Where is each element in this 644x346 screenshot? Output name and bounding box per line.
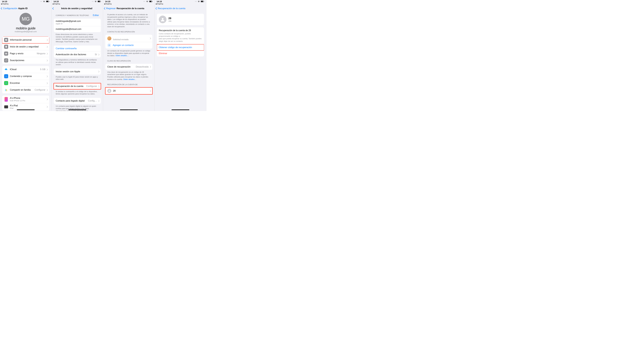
row-subscriptions[interactable]: Suscripciones — [2, 57, 49, 64]
row-legacy-contact[interactable]: Contacto para legado digital Config… — [54, 98, 101, 104]
row-family[interactable]: Compartir en familia Configurar — [2, 86, 49, 93]
recovery-title: Recuperación de la cuenta de 28 — [159, 29, 191, 32]
status-indicators: ••• — [92, 0, 101, 2]
row-label: Iniciar sesión con Apple — [56, 70, 98, 73]
navbar: Recuperación de la cuenta — [155, 5, 206, 11]
row-add-contact[interactable]: + Agregar un contacto — [105, 42, 152, 48]
nav-back[interactable] — [53, 7, 54, 10]
contact-header: 28 286 — [157, 14, 204, 25]
svg-rect-20 — [152, 1, 152, 2]
details-link[interactable]: Obtén detalles… — [116, 54, 129, 56]
home-indicator[interactable] — [172, 109, 189, 110]
row-label: Autenticación de dos factores — [56, 53, 95, 56]
battery-icon — [149, 0, 153, 2]
row-detail: Configurar — [34, 88, 46, 91]
row-find[interactable]: Encontrar — [2, 80, 49, 86]
svg-point-25 — [162, 18, 164, 20]
home-indicator[interactable] — [17, 109, 34, 110]
svg-point-4 — [6, 40, 6, 40]
svg-rect-2 — [49, 1, 49, 2]
row-label: Cambiar contraseña — [56, 47, 99, 50]
chevron-right-icon — [46, 75, 47, 77]
status-bar: 14:15 ••• — [103, 0, 154, 3]
ipad-icon — [4, 105, 8, 108]
avatar[interactable]: MG — [20, 13, 32, 25]
row-remove-contact[interactable]: Eliminar — [157, 50, 204, 56]
device-name: A's iPhone — [10, 97, 46, 99]
row-label: Obtener código de recuperación — [159, 46, 202, 49]
chevron-right-icon — [98, 54, 99, 55]
back-to-app[interactable]: ◀ DingDing — [0, 3, 52, 5]
chevron-right-icon — [46, 82, 47, 84]
row-payment[interactable]: Pago y envío Ninguno — [2, 50, 49, 57]
row-detail: Ninguno — [37, 52, 46, 55]
row-signin-apple[interactable]: Iniciar sesión con Apple — [54, 69, 101, 75]
email-sub: Apple ID — [56, 23, 99, 25]
svg-rect-17 — [100, 1, 101, 2]
home-indicator[interactable] — [68, 109, 86, 110]
chevron-left-icon — [53, 7, 54, 10]
row-label: Agregar un contacto — [113, 44, 150, 47]
row-email-icloud[interactable]: mobitrixguide@icloud.com — [54, 26, 101, 32]
row-email-primary[interactable]: mobitrixguide@gmail.com Apple ID — [54, 18, 101, 26]
chevron-right-icon — [98, 100, 99, 102]
home-indicator[interactable] — [120, 109, 138, 110]
chevron-right-icon — [149, 90, 150, 92]
footer-key: Una clave de recuperación es un código d… — [103, 70, 154, 81]
device-sub: iPad — [10, 107, 46, 109]
row-signin-security[interactable]: Inicio de sesión y seguridad — [2, 43, 49, 50]
row-label: Eliminar — [159, 52, 202, 55]
svg-point-12 — [6, 83, 6, 83]
header-contact: CONTACTO DE RECUPERACIÓN — [103, 28, 154, 34]
chevron-right-icon — [149, 66, 150, 68]
row-label: Recuperación de la cuenta — [56, 85, 86, 88]
row-two-factor[interactable]: Autenticación de dos factores Sí — [54, 51, 101, 57]
row-label: Suscripciones — [10, 59, 46, 62]
row-device-iphone[interactable]: A's iPhone Este iPhone 12 Pro — [2, 95, 49, 103]
row-contact-pending[interactable]: Solicitud enviada — [105, 35, 152, 42]
intro-text: Si pierdes el acceso a tu cuenta, con un… — [103, 11, 154, 28]
recovery-description: Recuperación de la cuenta de 28 Como con… — [157, 27, 204, 44]
status-time: 14:15 — [105, 0, 110, 2]
wifi-icon — [198, 0, 200, 2]
shield-icon — [4, 45, 8, 49]
navbar: Regresar Recuperación de la cuenta — [103, 5, 154, 11]
nav-title: Inicio de sesión y seguridad — [54, 7, 99, 10]
row-personal-info[interactable]: Información personal — [2, 36, 49, 43]
back-to-app[interactable]: ◀DingDing — [103, 3, 154, 5]
details-link[interactable]: Obtén detalles… — [123, 78, 136, 80]
row-recovery-for-person[interactable]: 28 — [105, 87, 152, 94]
nav-back[interactable]: Recuperación de la cuenta — [156, 7, 185, 10]
svg-rect-16 — [98, 1, 100, 2]
row-account-recovery[interactable]: Recuperación de la cuenta Configurar — [54, 83, 101, 89]
row-recovery-key[interactable]: Clave de recuperación Desactivada — [105, 64, 152, 70]
chevron-right-icon — [46, 89, 47, 91]
row-label: Clave de recuperación — [107, 65, 136, 68]
header-emails: CORREOS Y NÚMEROS DE TELÉFONO Editar — [52, 11, 103, 17]
back-to-app[interactable]: ◀DingDing — [155, 3, 206, 5]
card-icon — [4, 51, 8, 56]
svg-point-21 — [109, 90, 110, 91]
refresh-icon — [4, 58, 8, 62]
status-indicators: ••• — [195, 0, 204, 2]
navbar: Inicio de sesión y seguridad — [52, 5, 103, 11]
nav-back[interactable]: Regresar — [104, 7, 116, 10]
row-get-recovery-code[interactable]: Obtener código de recuperación — [157, 44, 204, 50]
row-icloud[interactable]: iCloud 5 GB — [2, 66, 49, 73]
device-name: A's iPad — [10, 104, 46, 107]
footer-emails: Estas direcciones de correo electrónico … — [52, 32, 103, 43]
row-change-password[interactable]: Cambiar contraseña — [54, 45, 101, 51]
chevron-right-icon — [46, 39, 47, 41]
chevron-left-icon — [1, 7, 3, 10]
wifi-icon — [146, 0, 148, 2]
battery-icon — [201, 0, 204, 2]
row-content-purchases[interactable]: Contenido y compras — [2, 73, 49, 80]
back-to-app[interactable]: ◀DingDing — [52, 3, 103, 5]
header-key: CLAVE DE RECUPERACIÓN — [103, 57, 154, 63]
nav-back[interactable]: Configuración — [1, 7, 17, 10]
edit-button[interactable]: Editar — [93, 14, 99, 17]
footer-contact: Un contacto de recuperación puede genera… — [103, 48, 154, 57]
row-detail: Config… — [88, 99, 97, 102]
recovery-desc2: para que pueda recuperar su cuenta. Tamb… — [159, 37, 202, 42]
row-detail: Desactivada — [136, 65, 148, 68]
